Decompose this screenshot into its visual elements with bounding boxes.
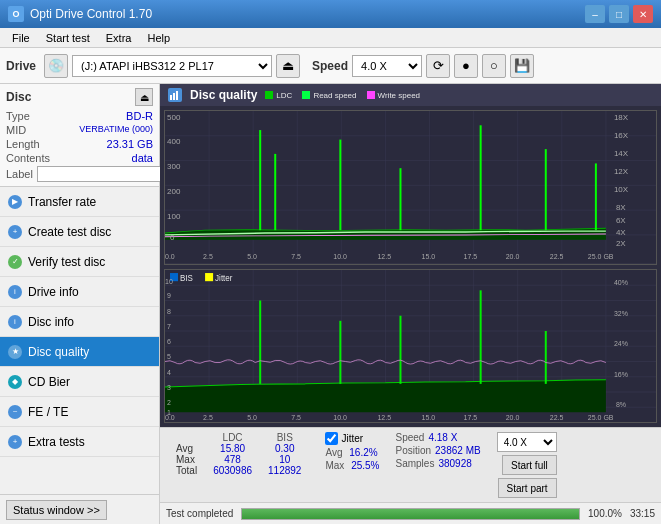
speed-label-row: Speed 4.18 X: [395, 432, 480, 443]
svg-text:20.0: 20.0: [506, 253, 520, 260]
status-bar: Status window >>: [0, 494, 159, 524]
read-speed-label: Read speed: [313, 91, 356, 100]
svg-text:25.0 GB: 25.0 GB: [588, 253, 614, 260]
avg-ldc-value: 15.80: [205, 443, 260, 454]
svg-text:17.5: 17.5: [464, 253, 478, 260]
disc-read-icon[interactable]: ○: [482, 54, 506, 78]
contents-label: Contents: [6, 152, 50, 164]
avg-jitter-label: Avg: [325, 447, 342, 458]
label-input[interactable]: [37, 166, 170, 182]
mid-label: MID: [6, 124, 26, 136]
svg-text:100: 100: [167, 212, 181, 221]
nav-drive-info[interactable]: i Drive info: [0, 277, 159, 307]
svg-text:2.5: 2.5: [203, 414, 213, 421]
drive-label: Drive: [6, 59, 36, 73]
speed-select-stats[interactable]: 4.0 X: [497, 432, 557, 452]
position-label: Position: [395, 445, 431, 456]
max-row-label: Max: [168, 454, 205, 465]
total-ldc-value: 6030986: [205, 465, 260, 476]
cd-bier-icon: ◆: [8, 375, 22, 389]
close-button[interactable]: ✕: [633, 5, 653, 23]
svg-text:500: 500: [167, 113, 181, 122]
jitter-checkbox[interactable]: [325, 432, 338, 445]
top-chart: 500 400 300 200 100 0 18X 16X 14X 12X 10…: [164, 110, 657, 265]
progress-percent: 100.0%: [588, 508, 622, 519]
disc-contents-row: Contents data: [6, 152, 153, 164]
type-value: BD-R: [126, 110, 153, 122]
nav-disc-info-label: Disc info: [28, 315, 74, 329]
svg-text:2.5: 2.5: [203, 253, 213, 260]
disc-type-row: Type BD-R: [6, 110, 153, 122]
position-value: 23862 MB: [435, 445, 481, 456]
fe-te-icon: ~: [8, 405, 22, 419]
start-part-button[interactable]: Start part: [498, 478, 557, 498]
disc-length-row: Length 23.31 GB: [6, 138, 153, 150]
svg-text:14X: 14X: [614, 149, 629, 158]
speed-selector[interactable]: 4.0 X 2.0 X 8.0 X: [352, 55, 422, 77]
nav-drive-info-label: Drive info: [28, 285, 79, 299]
svg-text:18X: 18X: [614, 113, 629, 122]
svg-text:15.0: 15.0: [422, 414, 436, 421]
drive-selector[interactable]: (J:) ATAPI iHBS312 2 PL17: [72, 55, 272, 77]
svg-text:2X: 2X: [616, 240, 627, 249]
svg-text:22.5: 22.5: [550, 414, 564, 421]
svg-text:200: 200: [167, 187, 181, 196]
status-window-btn[interactable]: Status window >>: [6, 500, 107, 520]
svg-text:0: 0: [170, 233, 175, 242]
svg-text:6X: 6X: [616, 217, 627, 226]
nav-disc-info[interactable]: i Disc info: [0, 307, 159, 337]
nav-disc-quality[interactable]: ★ Disc quality: [0, 337, 159, 367]
chart-header: Disc quality LDC Read speed Write speed: [160, 84, 661, 106]
length-label: Length: [6, 138, 40, 150]
max-jitter-row: Max 25.5%: [325, 460, 379, 471]
bottom-chart: BIS Jitter 10 9 8 7 6 5 4 3 2 1 40% 3: [164, 269, 657, 424]
nav-create-test-disc[interactable]: + Create test disc: [0, 217, 159, 247]
nav-cd-bier[interactable]: ◆ CD Bier: [0, 367, 159, 397]
svg-text:16%: 16%: [614, 370, 629, 377]
refresh-icon[interactable]: ⟳: [426, 54, 450, 78]
svg-text:10.0: 10.0: [333, 414, 347, 421]
menu-file[interactable]: File: [4, 30, 38, 46]
svg-text:Jitter: Jitter: [215, 274, 233, 283]
menu-help[interactable]: Help: [139, 30, 178, 46]
menu-bar: File Start test Extra Help: [0, 28, 661, 48]
start-full-button[interactable]: Start full: [502, 455, 557, 475]
legend-write-speed: Write speed: [367, 91, 421, 100]
jitter-section: Jitter Avg 16.2% Max 25.5%: [325, 432, 379, 471]
save-icon[interactable]: 💾: [510, 54, 534, 78]
disc-mid-row: MID VERBATIMe (000): [6, 124, 153, 136]
menu-start-test[interactable]: Start test: [38, 30, 98, 46]
nav-extra-tests[interactable]: + Extra tests: [0, 427, 159, 457]
svg-text:24%: 24%: [614, 340, 629, 347]
svg-rect-79: [205, 273, 213, 281]
action-section: 4.0 X Start full Start part: [497, 432, 557, 498]
nav-items: ▶ Transfer rate + Create test disc ✓ Ver…: [0, 187, 159, 494]
nav-transfer-rate[interactable]: ▶ Transfer rate: [0, 187, 159, 217]
nav-fe-te[interactable]: ~ FE / TE: [0, 397, 159, 427]
maximize-button[interactable]: □: [609, 5, 629, 23]
svg-text:BIS: BIS: [180, 274, 193, 283]
svg-text:16X: 16X: [614, 131, 629, 140]
disc-eject-btn[interactable]: ⏏: [135, 88, 153, 106]
title-bar: O Opti Drive Control 1.70 – □ ✕: [0, 0, 661, 28]
jitter-checkbox-label[interactable]: Jitter: [325, 432, 379, 445]
total-row-label: Total: [168, 465, 205, 476]
content-area: Disc quality LDC Read speed Write speed: [160, 84, 661, 524]
disc-write-icon[interactable]: ●: [454, 54, 478, 78]
svg-text:4: 4: [167, 368, 171, 375]
eject-icon[interactable]: ⏏: [276, 54, 300, 78]
svg-rect-1: [173, 93, 175, 100]
disc-quality-icon: ★: [8, 345, 22, 359]
nav-verify-test-disc[interactable]: ✓ Verify test disc: [0, 247, 159, 277]
minimize-button[interactable]: –: [585, 5, 605, 23]
samples-label: Samples: [395, 458, 434, 469]
contents-value: data: [132, 152, 153, 164]
ldc-col-header: LDC: [205, 432, 260, 443]
mid-value: VERBATIMe (000): [79, 124, 153, 136]
menu-extra[interactable]: Extra: [98, 30, 140, 46]
app-icon: O: [8, 6, 24, 22]
nav-cd-bier-label: CD Bier: [28, 375, 70, 389]
verify-test-icon: ✓: [8, 255, 22, 269]
svg-text:7.5: 7.5: [291, 414, 301, 421]
nav-fe-te-label: FE / TE: [28, 405, 68, 419]
